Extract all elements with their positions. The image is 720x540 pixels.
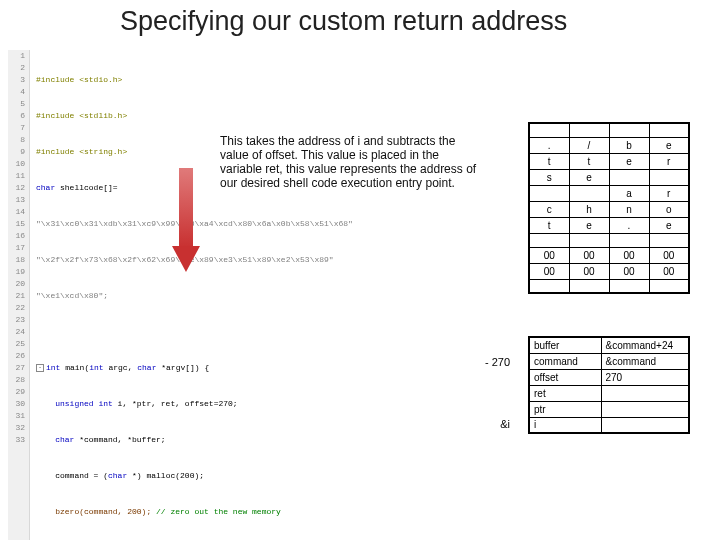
ln: 31 <box>8 410 25 422</box>
ln: 13 <box>8 194 25 206</box>
cl: #include <string.h> <box>36 147 127 156</box>
mc: t <box>529 217 569 233</box>
ln: 21 <box>8 290 25 302</box>
ln: 18 <box>8 254 25 266</box>
mc: e <box>649 137 689 153</box>
cl: main( <box>60 363 89 372</box>
mc: 00 <box>529 263 569 279</box>
cl: #include <stdio.h> <box>36 75 122 84</box>
ln: 25 <box>8 338 25 350</box>
ln: 19 <box>8 266 25 278</box>
cl: *argv[]) { <box>156 363 209 372</box>
mc: r <box>649 153 689 169</box>
ln: 9 <box>8 146 25 158</box>
mc: e <box>609 153 649 169</box>
label-minus-270: - 270 <box>485 356 510 368</box>
cl: *command, *buffer; <box>74 435 165 444</box>
cl: char <box>55 435 74 444</box>
ln: 14 <box>8 206 25 218</box>
cl: bzero(command, 200); <box>55 507 156 516</box>
mc: c <box>529 201 569 217</box>
ln: 2 <box>8 62 25 74</box>
ln: 30 <box>8 398 25 410</box>
mc <box>569 185 609 201</box>
ln: 22 <box>8 302 25 314</box>
ln: 26 <box>8 350 25 362</box>
ln: 12 <box>8 182 25 194</box>
ln: 8 <box>8 134 25 146</box>
stack-frame: buffer&command+24 command&command offset… <box>528 336 690 434</box>
cl: int <box>46 363 60 372</box>
mc: . <box>529 137 569 153</box>
mc: a <box>609 185 649 201</box>
cl: command = ( <box>55 471 108 480</box>
mc: b <box>609 137 649 153</box>
mc: 00 <box>649 247 689 263</box>
mc <box>609 169 649 185</box>
sv: buffer <box>529 337 601 353</box>
sv <box>601 385 689 401</box>
ln: 1 <box>8 50 25 62</box>
cl: i, *ptr, ret, offset=270; <box>113 399 238 408</box>
cl: char <box>108 471 127 480</box>
cl: shellcode[]= <box>55 183 117 192</box>
sv: 270 <box>601 369 689 385</box>
code-editor: 1 2 3 4 5 6 7 8 9 10 11 12 13 14 15 16 1… <box>8 50 438 540</box>
code-body: #include <stdio.h> #include <stdlib.h> #… <box>30 50 396 540</box>
mc: t <box>529 153 569 169</box>
label-amp-i: &i <box>500 418 510 430</box>
mc: s <box>529 169 569 185</box>
ln: 11 <box>8 170 25 182</box>
sv <box>601 401 689 417</box>
mc: 00 <box>569 247 609 263</box>
ln: 23 <box>8 314 25 326</box>
mc: h <box>569 201 609 217</box>
sv: &command <box>601 353 689 369</box>
ln: 4 <box>8 86 25 98</box>
ln: 7 <box>8 122 25 134</box>
mc: 00 <box>569 263 609 279</box>
slide-title: Specifying our custom return address <box>120 6 567 37</box>
ln: 20 <box>8 278 25 290</box>
mc <box>649 169 689 185</box>
cl: // zero out the new memory <box>156 507 281 516</box>
ln: 29 <box>8 386 25 398</box>
cl: unsigned int <box>55 399 113 408</box>
ln: 16 <box>8 230 25 242</box>
mc: 00 <box>609 263 649 279</box>
mc: . <box>609 217 649 233</box>
ln: 5 <box>8 98 25 110</box>
mc <box>529 185 569 201</box>
cl: argc, <box>104 363 138 372</box>
cl: int <box>89 363 103 372</box>
mc: t <box>569 153 609 169</box>
ln: 6 <box>8 110 25 122</box>
arrow-down-icon <box>172 168 200 288</box>
mc: o <box>649 201 689 217</box>
mc: n <box>609 201 649 217</box>
ln: 33 <box>8 434 25 446</box>
sv: ptr <box>529 401 601 417</box>
mc: 00 <box>609 247 649 263</box>
sv: ret <box>529 385 601 401</box>
mc: 00 <box>529 247 569 263</box>
ln: 15 <box>8 218 25 230</box>
ln: 3 <box>8 74 25 86</box>
line-gutter: 1 2 3 4 5 6 7 8 9 10 11 12 13 14 15 16 1… <box>8 50 30 540</box>
ln: 24 <box>8 326 25 338</box>
fold-icon[interactable]: - <box>36 364 44 372</box>
mc: / <box>569 137 609 153</box>
mc: e <box>569 169 609 185</box>
callout-text: This takes the address of i and subtract… <box>220 134 480 190</box>
ln: 10 <box>8 158 25 170</box>
cl: char <box>36 183 55 192</box>
cl <box>36 326 396 338</box>
cl: "\xe1\xcd\x80"; <box>36 291 108 300</box>
sv: i <box>529 417 601 433</box>
cl: char <box>137 363 156 372</box>
mc: r <box>649 185 689 201</box>
mc: e <box>649 217 689 233</box>
sv: &command+24 <box>601 337 689 353</box>
ln: 27 <box>8 362 25 374</box>
ln: 28 <box>8 374 25 386</box>
